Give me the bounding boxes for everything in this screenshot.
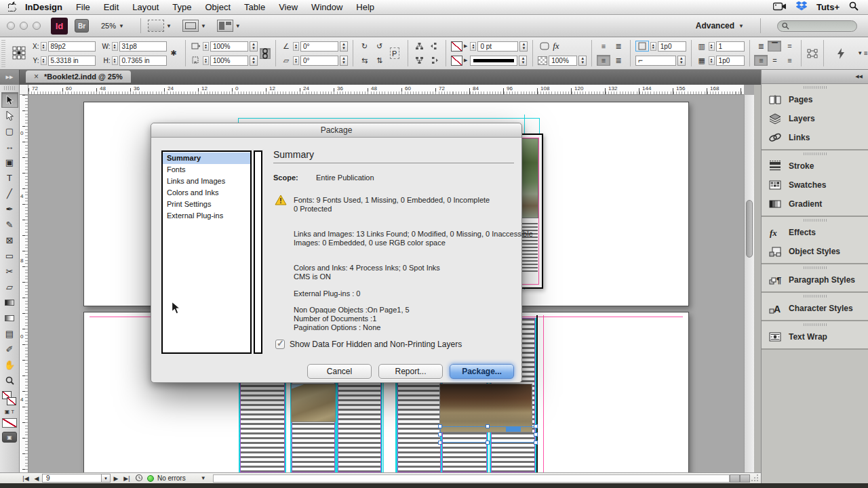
dialog-section-print-settings[interactable]: Print Settings — [163, 199, 250, 210]
scale-x-menu[interactable]: ▲▼ — [250, 41, 258, 52]
opacity-menu[interactable]: ▲▼ — [578, 56, 587, 66]
package-button[interactable]: Package... — [450, 364, 514, 379]
selection-tool[interactable] — [1, 92, 18, 108]
rectangle-tool[interactable]: ▭ — [1, 248, 18, 264]
menu-object[interactable]: Object — [199, 2, 238, 12]
dialog-list-scrollbar[interactable] — [254, 150, 262, 354]
scissors-tool[interactable]: ✂ — [1, 264, 18, 279]
y-stepper[interactable]: ▲▼ — [41, 56, 47, 65]
first-page-button[interactable]: |◀ — [20, 475, 31, 482]
menu-edit[interactable]: Edit — [97, 2, 125, 12]
hand-tool[interactable]: ✋ — [1, 357, 18, 373]
link-scale-icon[interactable] — [260, 48, 271, 59]
vertical-justify-justify-icon[interactable]: ≡ — [783, 55, 796, 66]
pen-tool[interactable]: ✒ — [1, 201, 18, 217]
selection-handle[interactable] — [438, 441, 442, 445]
rotation-field[interactable]: 0° — [300, 41, 338, 52]
align-bottom-icon[interactable]: ≡ — [754, 55, 768, 66]
shear-menu[interactable]: ▲▼ — [340, 56, 348, 66]
checkbox-icon[interactable]: ✓ — [275, 340, 285, 349]
dock-item-gradient[interactable]: Gradient — [762, 195, 868, 214]
apply-none-button[interactable] — [2, 418, 17, 428]
vertical-justify-top-icon[interactable]: ▔ — [768, 41, 781, 52]
gutter-stepper[interactable]: ▲▼ — [709, 56, 715, 65]
dialog-section-external-plug-ins[interactable]: External Plug-ins — [163, 210, 250, 222]
dialog-section-summary[interactable]: Summary — [163, 152, 250, 164]
content-collector-tool[interactable]: ▣ — [1, 155, 18, 170]
page-tool[interactable]: ▢ — [1, 123, 18, 139]
previous-page-button[interactable]: ◀ — [31, 475, 42, 482]
dialog-title[interactable]: Package — [151, 123, 521, 138]
frame-fitting-icon[interactable] — [806, 48, 818, 59]
effects-fx-label[interactable]: fx — [553, 41, 559, 52]
zoom-level-dropdown[interactable]: 25%▼ — [101, 22, 124, 30]
panel-gripper[interactable] — [762, 321, 868, 327]
corner-shape-menu[interactable]: ▲▼ — [677, 56, 686, 66]
page-number-field[interactable]: 9 — [42, 474, 102, 483]
scroll-left-button[interactable] — [730, 474, 740, 483]
selection-handle[interactable] — [534, 424, 538, 428]
stroke-type-dropdown[interactable] — [470, 56, 517, 66]
dock-collapse-header[interactable]: ◀◀ — [762, 70, 868, 84]
dialog-section-colors-and-inks[interactable]: Colors and Inks — [163, 187, 250, 199]
x-stepper[interactable]: ▲▼ — [41, 42, 47, 51]
bridge-button[interactable]: Br — [75, 19, 89, 33]
width-field[interactable]: 31p8 — [119, 41, 167, 52]
selection-handle[interactable] — [534, 441, 538, 445]
document-tab[interactable]: × *Booklet2.indd @ 25% — [26, 70, 131, 83]
scale-y-field[interactable]: 100% — [210, 56, 248, 66]
align-top-icon[interactable]: ≣ — [754, 41, 768, 52]
flip-vertical-icon[interactable]: ⇅ — [373, 55, 387, 66]
quick-apply-icon[interactable] — [835, 48, 846, 59]
wrap-bounding-icon[interactable]: ≣ — [612, 41, 625, 52]
last-page-button[interactable]: ▶| — [121, 475, 132, 482]
menu-view[interactable]: View — [272, 2, 304, 12]
apple-menu-icon[interactable] — [8, 1, 17, 14]
cancel-button[interactable]: Cancel — [307, 364, 372, 379]
search-input[interactable] — [777, 20, 857, 32]
panel-gripper[interactable] — [1, 40, 5, 67]
select-prev-object-icon[interactable] — [427, 41, 441, 52]
wrap-jump-icon[interactable]: ≣ — [612, 55, 625, 66]
gradient-feather-tool[interactable] — [1, 310, 18, 326]
select-next-object-icon[interactable] — [427, 55, 441, 66]
vertical-justify-center-icon[interactable]: = — [783, 41, 796, 52]
scroll-right-button[interactable] — [740, 474, 750, 483]
window-resize-grip[interactable] — [750, 474, 761, 483]
dock-item-text-wrap[interactable]: Text Wrap — [762, 327, 868, 346]
dropbox-icon[interactable] — [796, 1, 807, 13]
scale-x-stepper[interactable]: ▲▼ — [203, 42, 209, 51]
selection-handle[interactable] — [534, 432, 538, 436]
eyedropper-tool[interactable]: ✐ — [1, 342, 18, 357]
stroke-weight-stepper[interactable]: ▲▼ — [470, 42, 476, 51]
window-close-button[interactable] — [7, 22, 15, 30]
scrollbar-thumb[interactable] — [746, 200, 753, 258]
reference-point-proxy[interactable] — [12, 46, 26, 61]
panel-gripper[interactable] — [762, 150, 868, 157]
formatting-affects-toggle[interactable]: ▣ T — [5, 409, 15, 415]
page-menu-button[interactable]: ▼ — [102, 474, 111, 483]
wrap-shape-icon[interactable]: ≡ — [597, 55, 610, 66]
stroke-type-menu[interactable]: ▲▼ — [519, 56, 527, 66]
screen-mode-button[interactable]: ▣ — [2, 432, 17, 443]
menu-type[interactable]: Type — [165, 2, 198, 12]
dock-item-stroke[interactable]: Stroke — [762, 157, 868, 176]
stroke-swatch-none[interactable] — [451, 41, 462, 52]
free-transform-tool[interactable]: ▱ — [1, 279, 18, 295]
gutter-field[interactable]: 1p0 — [716, 56, 745, 66]
chevron-down-icon[interactable]: ▼ — [201, 475, 206, 481]
line-tool[interactable]: ╱ — [1, 186, 18, 201]
dock-item-character-styles[interactable]: ACharacter Styles — [762, 299, 868, 318]
horizontal-scrollbar[interactable] — [213, 474, 730, 483]
menu-window[interactable]: Window — [304, 2, 349, 12]
shear-stepper[interactable]: ▲▼ — [293, 56, 299, 65]
vertical-scrollbar[interactable] — [744, 95, 754, 472]
preflight-menu-icon[interactable] — [135, 474, 144, 483]
dock-item-layers[interactable]: Layers — [762, 109, 868, 128]
selection-handle[interactable] — [486, 441, 490, 445]
fill-swatch[interactable] — [7, 397, 16, 405]
panel-gripper[interactable] — [4, 86, 15, 90]
placed-image-dirt[interactable] — [291, 384, 336, 422]
h-stepper[interactable]: ▲▼ — [112, 56, 118, 65]
opacity-field[interactable]: 100% — [549, 56, 577, 66]
